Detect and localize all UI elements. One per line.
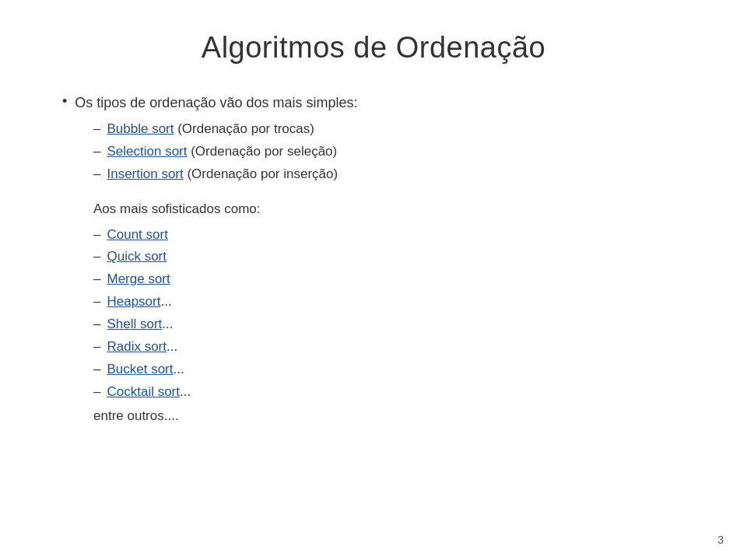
dash-icon: –	[93, 246, 100, 268]
bucket-sort-suffix: ...	[174, 359, 184, 381]
cocktail-sort-link[interactable]: Cocktail sort	[107, 381, 180, 404]
page-number: 3	[717, 534, 724, 546]
selection-sort-desc: (Ordenação por seleção)	[187, 144, 337, 159]
count-sort-link[interactable]: Count sort	[107, 224, 167, 247]
dash-icon: –	[93, 141, 100, 163]
list-item: – Shell sort...	[93, 313, 700, 336]
dash-icon: –	[93, 359, 100, 381]
advanced-sorts-list: – Count sort – Quick sort – Merge sort –…	[62, 224, 700, 404]
bubble-sort-desc: (Ordenação por trocas)	[174, 121, 314, 136]
dash-icon: –	[93, 268, 100, 291]
list-item: – Bubble sort (Ordenação por trocas)	[93, 118, 700, 141]
insertion-sort-item: Insertion sort (Ordenação por inserção)	[107, 163, 338, 186]
bucket-sort-link[interactable]: Bucket sort	[107, 359, 173, 381]
list-item: – Cocktail sort...	[93, 381, 700, 404]
radix-sort-suffix: ...	[167, 336, 177, 359]
list-item: – Count sort	[93, 224, 700, 247]
dash-icon: –	[93, 313, 100, 336]
list-item: – Quick sort	[93, 246, 700, 268]
slide: Algoritmos de Ordenação • Os tipos de or…	[0, 0, 747, 560]
dash-icon: –	[93, 291, 100, 313]
list-item: – Selection sort (Ordenação por seleção)	[93, 141, 700, 163]
footer-text: entre outros....	[62, 405, 700, 428]
sofisticados-label: Aos mais sofisticados como:	[62, 198, 700, 221]
bubble-sort-item: Bubble sort (Ordenação por trocas)	[107, 118, 314, 141]
dash-icon: –	[93, 224, 100, 247]
main-bullet-text: Os tipos de ordenação vão dos mais simpl…	[75, 93, 357, 114]
insertion-sort-desc: (Ordenação por inserção)	[184, 166, 338, 181]
bullet-icon: •	[62, 93, 67, 110]
cocktail-sort-suffix: ...	[180, 381, 191, 404]
dash-icon: –	[93, 381, 100, 404]
list-item: – Insertion sort (Ordenação por inserção…	[93, 163, 700, 186]
main-bullet: • Os tipos de ordenação vão dos mais sim…	[62, 93, 700, 114]
list-item: – Radix sort...	[93, 336, 700, 359]
selection-sort-item: Selection sort (Ordenação por seleção)	[107, 141, 337, 163]
list-item: – Bucket sort...	[93, 359, 700, 381]
list-item: – Heapsort...	[93, 291, 700, 313]
merge-sort-link[interactable]: Merge sort	[107, 268, 170, 291]
dash-icon: –	[93, 118, 100, 141]
heapsort-link[interactable]: Heapsort	[107, 291, 160, 313]
page-title: Algoritmos de Ordenação	[47, 31, 700, 65]
heapsort-suffix: ...	[160, 291, 171, 313]
shell-sort-link[interactable]: Shell sort	[107, 313, 162, 336]
dash-icon: –	[93, 163, 100, 186]
selection-sort-link[interactable]: Selection sort	[107, 144, 187, 159]
bubble-sort-link[interactable]: Bubble sort	[107, 121, 174, 136]
quick-sort-link[interactable]: Quick sort	[107, 246, 167, 268]
list-item: – Merge sort	[93, 268, 700, 291]
radix-sort-link[interactable]: Radix sort	[107, 336, 167, 359]
dash-icon: –	[93, 336, 100, 359]
simple-sorts-list: – Bubble sort (Ordenação por trocas) – S…	[62, 118, 700, 186]
insertion-sort-link[interactable]: Insertion sort	[107, 166, 183, 181]
content-area: • Os tipos de ordenação vão dos mais sim…	[47, 93, 700, 428]
shell-sort-suffix: ...	[162, 313, 173, 336]
